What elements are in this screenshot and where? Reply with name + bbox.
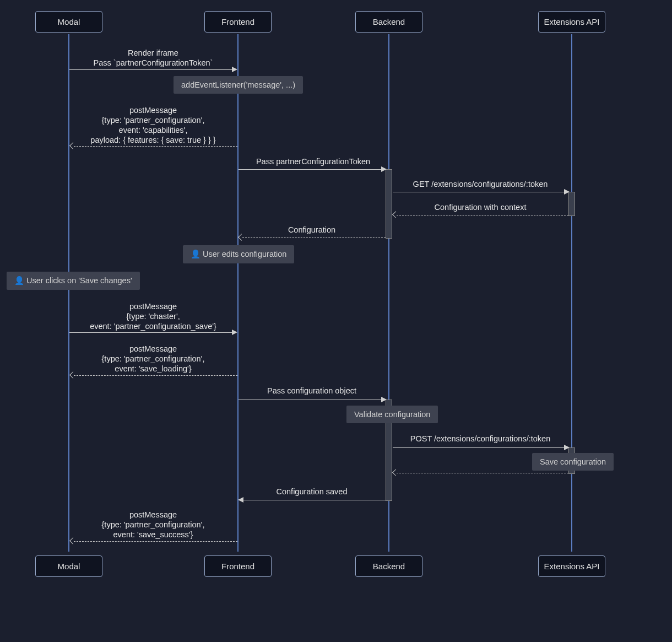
arrow-m10 bbox=[393, 447, 565, 448]
msg-save-trigger-l2: {type: 'chaster', bbox=[69, 312, 237, 321]
actor-backend-top: Backend bbox=[355, 11, 422, 33]
arrowhead-m6 bbox=[238, 234, 245, 241]
user-icon: 👤 bbox=[14, 276, 24, 285]
msg-pass-config-obj: Pass configuration object bbox=[238, 386, 386, 395]
actor-modal-top: Modal bbox=[35, 11, 102, 33]
msg-render-iframe-l1: Render iframe bbox=[69, 48, 237, 57]
arrow-m9 bbox=[239, 400, 382, 400]
arrowhead-m10 bbox=[564, 445, 570, 450]
msg-save-success-l3: event: 'save_success'} bbox=[69, 530, 237, 539]
arrow-m1 bbox=[69, 69, 232, 70]
msg-save-loading-l1: postMessage bbox=[69, 344, 237, 353]
actor-extensions-bottom: Extensions API bbox=[538, 555, 605, 577]
user-icon: 👤 bbox=[191, 250, 200, 258]
msg-get-config: GET /extensions/configurations/:token bbox=[392, 180, 568, 188]
arrow-m13 bbox=[74, 541, 237, 542]
arrowhead-m7 bbox=[232, 330, 237, 335]
msg-post-config: POST /extensions/configurations/:token bbox=[392, 434, 568, 443]
arrow-m12 bbox=[243, 500, 386, 500]
msg-save-loading-l2: {type: 'partner_configuration', bbox=[69, 354, 237, 363]
arrow-m8 bbox=[74, 375, 237, 376]
msg-capabilities-l2: {type: 'partner_configuration', bbox=[69, 116, 237, 125]
msg-config-saved: Configuration saved bbox=[238, 487, 386, 496]
actor-modal-bottom: Modal bbox=[35, 555, 102, 577]
note-user-edits: 👤User edits configuration bbox=[183, 245, 294, 263]
lifeline-frontend bbox=[237, 34, 239, 552]
msg-save-success-l2: {type: 'partner_configuration', bbox=[69, 520, 237, 529]
arrowhead-m5 bbox=[392, 211, 399, 218]
msg-save-loading-l3: event: 'save_loading'} bbox=[69, 364, 237, 373]
activation-ext-1 bbox=[568, 192, 575, 216]
arrow-m2 bbox=[74, 146, 237, 147]
note-user-edits-text: User edits configuration bbox=[203, 250, 286, 258]
actor-frontend-bottom: Frontend bbox=[204, 555, 272, 577]
msg-capabilities-l4: payload: { features: { save: true } } } bbox=[69, 136, 237, 144]
msg-capabilities-l3: event: 'capabilities', bbox=[69, 126, 237, 134]
note-validate-config: Validate configuration bbox=[346, 406, 438, 423]
note-save-config: Save configuration bbox=[532, 453, 614, 471]
msg-config: Configuration bbox=[238, 225, 386, 234]
msg-save-trigger-l1: postMessage bbox=[69, 302, 237, 311]
arrow-m4 bbox=[393, 192, 565, 192]
arrow-m3 bbox=[239, 169, 382, 170]
arrow-m5 bbox=[397, 215, 568, 215]
msg-pass-token: Pass partnerConfigurationToken bbox=[238, 157, 388, 166]
arrowhead-m9 bbox=[381, 397, 387, 402]
msg-render-iframe-l2: Pass `partnerConfigurationToken` bbox=[69, 58, 237, 67]
actor-frontend-top: Frontend bbox=[204, 11, 272, 33]
msg-config-context: Configuration with context bbox=[392, 203, 568, 212]
arrowhead-m11 bbox=[392, 469, 399, 476]
msg-capabilities-l1: postMessage bbox=[69, 106, 237, 115]
msg-save-success-l1: postMessage bbox=[69, 510, 237, 519]
note-user-clicks-save: 👤User clicks on 'Save changes' bbox=[7, 272, 140, 290]
arrowhead-m12 bbox=[238, 497, 243, 503]
note-add-event-listener: addEventListener('message', ...) bbox=[174, 76, 303, 94]
arrow-m7 bbox=[69, 332, 232, 333]
actor-extensions-top: Extensions API bbox=[538, 11, 605, 33]
note-user-clicks-save-text: User clicks on 'Save changes' bbox=[26, 276, 132, 285]
msg-save-trigger-l3: event: 'partner_configuration_save'} bbox=[69, 322, 237, 331]
arrow-m11 bbox=[397, 473, 568, 473]
arrow-m6 bbox=[242, 238, 386, 238]
actor-backend-bottom: Backend bbox=[355, 555, 422, 577]
activation-backend-1 bbox=[386, 169, 392, 239]
arrowhead-m4 bbox=[564, 189, 570, 195]
lifeline-extensions bbox=[571, 34, 572, 552]
arrowhead-m1 bbox=[232, 67, 237, 72]
arrowhead-m3 bbox=[381, 166, 387, 172]
